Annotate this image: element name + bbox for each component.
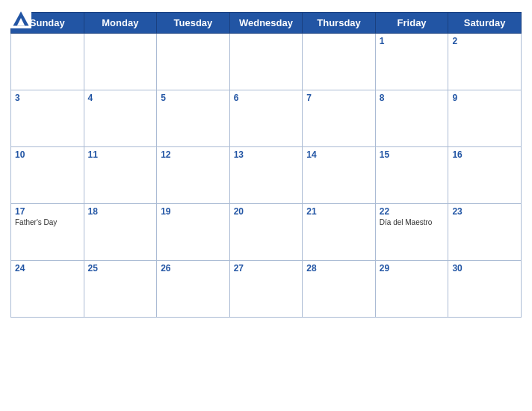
calendar-cell: 18 — [84, 204, 157, 261]
day-number: 5 — [161, 93, 226, 103]
calendar-cell: 11 — [84, 147, 157, 204]
generalblue-logo-icon — [10, 7, 31, 28]
calendar-cell: 8 — [375, 90, 448, 147]
day-number: 4 — [88, 93, 153, 103]
calendar-cell: 3 — [11, 90, 84, 147]
calendar-cell: 24 — [11, 261, 84, 318]
day-number: 10 — [15, 149, 80, 160]
calendar-cell: 12 — [157, 147, 230, 204]
holiday-name: Father's Day — [15, 218, 80, 226]
day-number: 1 — [380, 36, 445, 46]
calendar-cell: 19 — [157, 204, 230, 261]
calendar-cell: 4 — [84, 90, 157, 147]
week-row-3: 10111213141516 — [11, 147, 522, 204]
day-number: 12 — [161, 149, 226, 160]
day-number: 25 — [88, 263, 153, 274]
day-number: 26 — [161, 263, 226, 274]
day-number: 29 — [380, 263, 445, 274]
calendar-cell: 23 — [448, 204, 522, 261]
day-number: 18 — [88, 206, 153, 217]
calendar-cell: 22Día del Maestro — [375, 204, 448, 261]
calendar-cell: 16 — [448, 147, 522, 204]
week-row-1: 12 — [11, 34, 522, 90]
calendar-cell: 1 — [375, 34, 448, 90]
weekday-header-row: SundayMondayTuesdayWednesdayThursdayFrid… — [11, 13, 522, 34]
weekday-header-monday: Monday — [84, 13, 157, 34]
calendar-cell — [229, 34, 303, 90]
calendar-wrapper: SundayMondayTuesdayWednesdayThursdayFrid… — [0, 0, 532, 411]
weekday-header-friday: Friday — [375, 13, 448, 34]
day-number: 8 — [380, 93, 445, 103]
calendar-cell: 17Father's Day — [11, 204, 84, 261]
day-number: 23 — [452, 206, 517, 217]
day-number: 28 — [306, 263, 371, 274]
day-number: 7 — [306, 93, 371, 103]
calendar-cell: 9 — [448, 90, 522, 147]
day-number: 20 — [234, 206, 299, 217]
day-number: 24 — [15, 263, 80, 274]
calendar-cell — [303, 34, 376, 90]
weekday-header-saturday: Saturday — [448, 13, 522, 34]
logo-area — [10, 7, 34, 28]
day-number: 16 — [452, 149, 517, 160]
calendar-cell: 28 — [303, 261, 376, 318]
day-number: 22 — [380, 206, 445, 217]
day-number: 6 — [234, 93, 299, 103]
day-number: 13 — [234, 149, 299, 160]
calendar-cell — [157, 34, 230, 90]
day-number: 3 — [15, 93, 80, 103]
day-number: 2 — [452, 36, 517, 46]
week-row-5: 24252627282930 — [11, 261, 522, 318]
calendar-cell: 13 — [229, 147, 303, 204]
day-number: 17 — [15, 206, 80, 217]
calendar-cell: 29 — [375, 261, 448, 318]
day-number: 9 — [452, 93, 517, 103]
calendar-cell: 2 — [448, 34, 522, 90]
calendar-cell: 30 — [448, 261, 522, 318]
day-number: 30 — [452, 263, 517, 274]
weekday-header-tuesday: Tuesday — [157, 13, 230, 34]
calendar-cell: 26 — [157, 261, 230, 318]
calendar-cell: 7 — [303, 90, 376, 147]
weekday-header-wednesday: Wednesday — [229, 13, 303, 34]
holiday-name: Día del Maestro — [380, 218, 445, 226]
calendar-cell: 20 — [229, 204, 303, 261]
calendar-cell: 14 — [303, 147, 376, 204]
day-number: 21 — [306, 206, 371, 217]
calendar-cell: 25 — [84, 261, 157, 318]
week-row-4: 17Father's Day1819202122Día del Maestro2… — [11, 204, 522, 261]
calendar-cell: 10 — [11, 147, 84, 204]
week-row-2: 3456789 — [11, 90, 522, 147]
day-number: 14 — [306, 149, 371, 160]
calendar-cell: 27 — [229, 261, 303, 318]
calendar-cell: 5 — [157, 90, 230, 147]
calendar-cell — [11, 34, 84, 90]
day-number: 15 — [380, 149, 445, 160]
day-number: 19 — [161, 206, 226, 217]
weekday-header-thursday: Thursday — [303, 13, 376, 34]
day-number: 27 — [234, 263, 299, 274]
calendar-table: SundayMondayTuesdayWednesdayThursdayFrid… — [10, 12, 522, 318]
calendar-cell: 15 — [375, 147, 448, 204]
day-number: 11 — [88, 149, 153, 160]
calendar-cell: 6 — [229, 90, 303, 147]
calendar-cell — [84, 34, 157, 90]
calendar-cell: 21 — [303, 204, 376, 261]
